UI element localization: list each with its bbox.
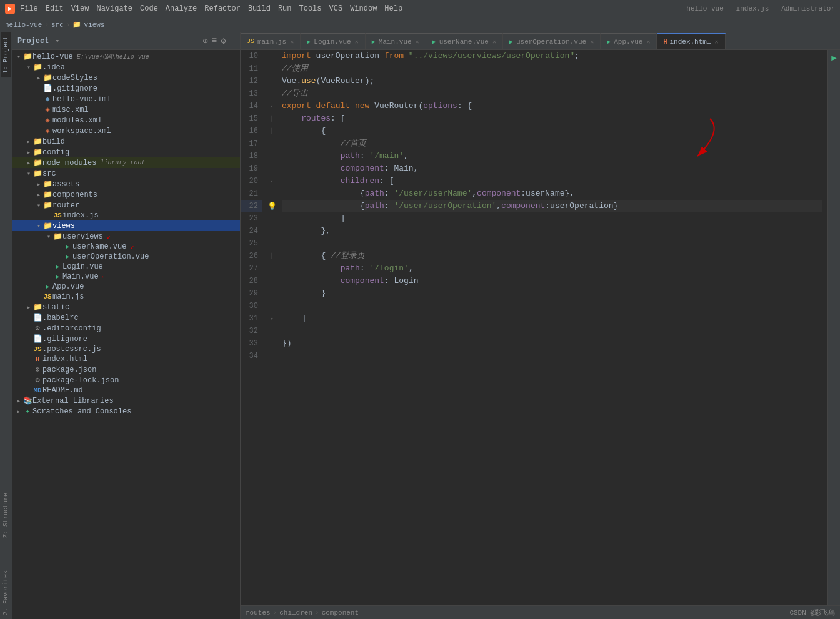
tree-config[interactable]: ▸ 📁 config (12, 147, 240, 157)
router-index-icon: JS (52, 212, 62, 219)
tree-components[interactable]: ▸ 📁 components (12, 189, 240, 200)
tree-iml[interactable]: ▸ ◆ hello-vue.iml (12, 94, 240, 104)
tree-package-json[interactable]: ▸ ⚙ package.json (12, 364, 240, 375)
tree-editorconfig[interactable]: ▸ ⚙ .editorconfig (12, 323, 240, 334)
status-bar: routes › children › component CSDN @彩飞鸟 (241, 605, 840, 619)
tree-views[interactable]: ▾ 📁 views (12, 220, 240, 231)
menu-help[interactable]: Help (384, 4, 402, 13)
panel-locate-icon[interactable]: ⊕ (202, 36, 208, 46)
tree-index-html[interactable]: ▸ H index.html (12, 354, 240, 364)
tree-node-modules[interactable]: ▸ 📁 node_modules library root (12, 157, 240, 168)
tree-router[interactable]: ▾ 📁 router (12, 200, 240, 210)
bulb-icon[interactable]: 💡 (268, 202, 277, 211)
panel-settings-icon[interactable]: ⚙ (221, 36, 226, 46)
tab-index-html[interactable]: H index.html ✕ (657, 33, 725, 49)
panel-close-icon[interactable]: — (230, 36, 235, 46)
status-routes: routes (246, 609, 271, 617)
bc-hello-vue[interactable]: hello-vue (5, 21, 42, 29)
menu-vcs[interactable]: VCS (329, 4, 343, 13)
tree-codestyles[interactable]: ▸ 📁 codeStyles (12, 72, 240, 83)
package-lock-icon: ⚙ (32, 375, 42, 385)
menu-tools[interactable]: Tools (299, 4, 322, 13)
panel-layout-icon[interactable]: ≡ (212, 36, 217, 46)
tree-babelrc[interactable]: ▸ 📄 .babelrc (12, 312, 240, 323)
gitignore-icon: 📄 (42, 84, 52, 93)
tree-readme[interactable]: ▸ MD README.md (12, 385, 240, 395)
tab-login-vue-close[interactable]: ✕ (355, 38, 359, 46)
tab-main-vue[interactable]: ▶ Main.vue ✕ (366, 33, 426, 49)
bc-views-icon: 📁 (72, 21, 81, 29)
tab-app-vue[interactable]: ▶ App.vue ✕ (601, 33, 657, 49)
idea-folder-icon: 📁 (32, 62, 42, 72)
bc-views[interactable]: views (84, 21, 104, 29)
tree-router-index[interactable]: ▸ JS index.js (12, 210, 240, 220)
menu-window[interactable]: Window (350, 4, 377, 13)
tab-main-vue-close[interactable]: ✕ (416, 38, 419, 46)
tab-project[interactable]: 1: Project (1, 32, 11, 77)
menu-code[interactable]: Code (140, 4, 158, 13)
tree-static[interactable]: ▸ 📁 static (12, 302, 240, 312)
menu-edit[interactable]: Edit (46, 4, 64, 13)
package-json-icon: ⚙ (32, 365, 42, 374)
ext-libs-icon: 📚 (22, 396, 32, 405)
tab-main-js[interactable]: JS main.js ✕ (241, 33, 301, 49)
tree-assets[interactable]: ▸ 📁 assets (12, 179, 240, 189)
tab-useroperation-vue-close[interactable]: ✕ (590, 38, 594, 46)
static-icon: 📁 (32, 302, 42, 312)
modules-xml-icon: ◈ (42, 116, 52, 125)
status-children: children (279, 609, 312, 617)
tree-main-vue[interactable]: ▸ ▶ Main.vue ← (12, 272, 240, 282)
menu-refactor[interactable]: Refactor (204, 4, 241, 13)
tree-username-vue[interactable]: ▸ ▶ userName.vue ↙ (12, 242, 240, 252)
menu-build[interactable]: Build (248, 4, 271, 13)
tree-src[interactable]: ▾ 📁 src (12, 168, 240, 179)
editorconfig-icon: ⚙ (32, 324, 42, 333)
tab-structure[interactable]: Z: Structure (1, 489, 11, 542)
line-numbers: 10 11 12 13 14 15 16 17 18 19 20 21 22 2… (241, 50, 267, 605)
iml-icon: ◆ (42, 94, 52, 104)
tree-userviews[interactable]: ▾ 📁 userviews ↙ (12, 231, 240, 242)
build-folder-icon: 📁 (32, 137, 42, 146)
tree-scratches[interactable]: ▸ ✦ Scratches and Consoles (12, 406, 240, 417)
code-line-21: {path: '/user/userName',component:userNa… (282, 187, 822, 200)
tree-workspace-xml[interactable]: ▸ ◈ workspace.xml (12, 126, 240, 136)
tab-favorites[interactable]: 2. Favorites (1, 567, 11, 619)
tab-app-vue-close[interactable]: ✕ (646, 38, 650, 46)
tab-username-vue[interactable]: ▶ userName.vue ✕ (426, 33, 503, 49)
tab-login-vue[interactable]: ▶ Login.vue ✕ (301, 33, 365, 49)
code-line-22: {path: '/user/userOperation',component:u… (282, 200, 822, 212)
tree-app-vue[interactable]: ▸ ▶ App.vue (12, 282, 240, 292)
code-line-18: path: '/main', (282, 150, 822, 162)
config-folder-icon: 📁 (32, 147, 42, 157)
tree-main-js[interactable]: ▸ JS main.js (12, 292, 240, 302)
src-folder-icon: 📁 (32, 169, 42, 178)
tree-postcssrc[interactable]: ▸ JS .postcssrc.js (12, 344, 240, 354)
tree-root[interactable]: ▾ 📁 hello-vue E:\vue代码\hello-vue (12, 51, 240, 62)
tree-misc-xml[interactable]: ▸ ◈ misc.xml (12, 104, 240, 115)
main-area: 1: Project Z: Structure 2. Favorites Pro… (0, 32, 840, 619)
bc-src[interactable]: src (51, 21, 64, 29)
tree-useroperation-vue[interactable]: ▸ ▶ userOperation.vue (12, 252, 240, 262)
tree-modules-xml[interactable]: ▸ ◈ modules.xml (12, 115, 240, 126)
tab-index-html-icon: H (663, 39, 667, 46)
tab-useroperation-vue[interactable]: ▶ userOperation.vue ✕ (503, 33, 601, 49)
tree-build[interactable]: ▸ 📁 build (12, 136, 240, 147)
userviews-icon: 📁 (52, 232, 62, 241)
tree-login-vue[interactable]: ▸ ▶ Login.vue (12, 262, 240, 272)
menu-run[interactable]: Run (278, 4, 292, 13)
code-content[interactable]: import userOperation from "../views/user… (277, 50, 828, 605)
tree-gitignore-idea[interactable]: ▸ 📄 .gitignore (12, 83, 240, 94)
breadcrumb: hello-vue › src › 📁 views (0, 17, 840, 32)
tree-package-lock[interactable]: ▸ ⚙ package-lock.json (12, 375, 240, 385)
tab-username-vue-close[interactable]: ✕ (492, 38, 496, 46)
menu-analyze[interactable]: Analyze (166, 4, 197, 13)
menu-view[interactable]: View (71, 4, 89, 13)
tab-index-html-close[interactable]: ✕ (715, 38, 719, 46)
tree-gitignore[interactable]: ▸ 📄 .gitignore (12, 334, 240, 344)
menu-navigate[interactable]: Navigate (96, 4, 132, 13)
tab-main-js-close[interactable]: ✕ (290, 38, 294, 46)
tree-idea[interactable]: ▾ 📁 .idea (12, 62, 240, 72)
tree-external-libs[interactable]: ▸ 📚 External Libraries (12, 395, 240, 406)
menu-file[interactable]: File (20, 4, 38, 13)
menu-bar[interactable]: File Edit View Navigate Code Analyze Ref… (20, 4, 402, 13)
